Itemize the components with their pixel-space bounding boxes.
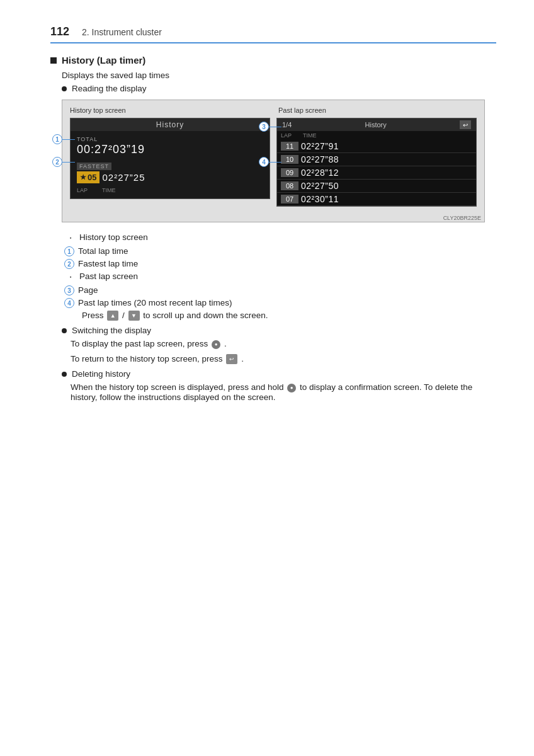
lap-time: 02²27”88	[301, 154, 339, 164]
lap-number: 07	[281, 195, 298, 203]
past-rows: 11 02²27”91 10 02²27”88 09 02²28”12 08 0…	[277, 140, 476, 206]
lap-number: 11	[281, 142, 298, 151]
to-past-text: To display the past lap screen, press ● …	[71, 339, 496, 348]
past-screen-text: Past lap screen	[79, 272, 138, 281]
section-icon	[50, 57, 57, 64]
lap-number: 10	[281, 155, 298, 164]
page-header: 112 2. Instrument cluster	[50, 25, 496, 43]
past-lap-row: 10 02²27”88	[277, 153, 476, 166]
ann-item-2: 2 Fastest lap time	[64, 259, 496, 269]
ann-line-2	[62, 162, 75, 163]
ann-num-4: 4	[64, 298, 74, 308]
annotation-2: 2	[52, 157, 75, 167]
lap-time: 02²27”91	[301, 141, 339, 151]
to-history-label: To return to the history top screen, pre…	[71, 354, 223, 364]
ann-item-1: 1 Total lap time	[64, 246, 496, 256]
reading-display-label: Reading the display	[72, 84, 147, 93]
deleting-text: When the history top screen is displayed…	[71, 382, 496, 401]
lap-number: 08	[281, 181, 298, 190]
ann-num-2: 2	[64, 259, 74, 269]
bullet-dash-2: ・	[67, 272, 74, 283]
to-history-end: .	[241, 354, 244, 364]
to-past-end: .	[224, 339, 227, 348]
annotation-list: ・ History top screen 1 Total lap time 2 …	[62, 232, 496, 321]
ann-line-4	[269, 162, 281, 163]
diagram-inner: History top screen Past lap screen 1 2	[62, 100, 485, 222]
past-lap-row: 09 02²28”12	[277, 166, 476, 180]
lap-time: 02²28”12	[301, 168, 339, 178]
bullet-dot	[62, 86, 67, 91]
bullet-dot-del	[62, 372, 67, 377]
past-screen-sublabel: ・ Past lap screen	[67, 272, 496, 283]
lap-time: 02²27”50	[301, 181, 339, 191]
ann-circle-4: 4	[259, 157, 269, 167]
press-label: Press	[82, 311, 104, 320]
to-history-text: To return to the history top screen, pre…	[71, 354, 496, 364]
ann-text-3: Page	[78, 285, 98, 295]
annotation-3: 3	[259, 122, 281, 132]
diagram-labels-row: History top screen Past lap screen	[70, 106, 477, 114]
past-lap-screen: 3 4 1/4 History ↩	[276, 118, 477, 207]
time-col-header: TIME	[102, 187, 263, 193]
switching-bullet: Switching the display	[62, 326, 496, 335]
page-number: 112	[50, 25, 69, 38]
history-screen-panel: History TOTAL 00:27²03”19 FASTEST ★ 05	[70, 118, 270, 199]
deleting-bullet: Deleting history	[62, 369, 496, 379]
past-page-info: 1/4	[282, 121, 292, 129]
ann-num-3: 3	[64, 285, 74, 295]
annotation-1: 1	[52, 134, 75, 144]
ann-text-2: Fastest lap time	[78, 259, 138, 268]
past-screen-panel: 1/4 History ↩ LAP TIME 11 02²27”91 10	[276, 118, 477, 207]
annotation-4: 4	[259, 157, 281, 167]
history-top-text: History top screen	[79, 232, 148, 242]
slash-label: /	[122, 311, 125, 320]
fastest-label: FASTEST	[77, 163, 111, 170]
page-title: 2. Instrument cluster	[82, 27, 162, 37]
history-screen-header: History	[71, 118, 270, 131]
lap-time-header: LAP TIME	[77, 187, 263, 193]
fastest-row: ★ 05 02²27”25	[77, 171, 263, 183]
past-screen-title: History	[365, 121, 387, 129]
ann-item-3: 3 Page	[64, 285, 496, 295]
return-button-icon: ↩	[226, 354, 237, 364]
ann-text-4: Past lap times (20 most recent lap times…	[78, 298, 232, 307]
lap-number: 09	[281, 168, 298, 177]
del-text-1: When the history top screen is displayed…	[71, 382, 283, 392]
history-top-label: History top screen	[70, 106, 268, 114]
section-description: Displays the saved lap times	[62, 71, 496, 80]
ann-circle-3: 3	[259, 122, 269, 132]
star-icon: ★	[80, 173, 86, 181]
past-lap-col: LAP	[281, 132, 303, 139]
ann-text-1: Total lap time	[78, 246, 128, 256]
scroll-text: to scroll up and down the screen.	[143, 311, 268, 320]
past-lap-row: 07 02²30”11	[277, 193, 476, 206]
history-top-content: TOTAL 00:27²03”19 FASTEST ★ 05 02²27”25	[71, 131, 270, 198]
past-lap-row: 08 02²27”50	[277, 180, 476, 193]
history-top-screen: 1 2 History TOTAL 00:27²03”	[70, 118, 270, 207]
to-past-label: To display the past lap screen, press	[71, 339, 208, 348]
ann-line-1	[62, 139, 75, 140]
deleting-label: Deleting history	[72, 369, 130, 379]
diagram-screens-row: 1 2 History TOTAL 00:27²03”	[70, 118, 477, 207]
past-screen-header: 1/4 History ↩	[277, 118, 476, 131]
circle-button-2: ●	[287, 384, 296, 392]
history-top-sublabel: ・ History top screen	[67, 232, 496, 244]
switching-label: Switching the display	[72, 326, 151, 335]
diagram-wrapper: History top screen Past lap screen 1 2	[62, 100, 485, 222]
lap-col-header: LAP	[77, 187, 102, 193]
past-lap-label: Past lap screen	[268, 106, 477, 114]
fastest-num: ★ 05	[77, 171, 99, 183]
fastest-num-val: 05	[88, 173, 96, 182]
bullet-dash: ・	[67, 233, 74, 244]
section-title: History (Lap timer)	[62, 55, 145, 66]
bullet-dot-switch	[62, 328, 67, 333]
total-time: 00:27²03”19	[77, 143, 263, 156]
down-button-icon: ▼	[128, 311, 140, 321]
past-table-header: LAP TIME	[277, 131, 476, 140]
lap-time: 02²30”11	[301, 194, 339, 204]
past-back-btn: ↩	[460, 120, 471, 129]
ann-line-3	[269, 127, 281, 127]
ann-circle-2: 2	[52, 157, 62, 167]
image-code: CLY20BR225E	[443, 215, 481, 221]
total-label: TOTAL	[77, 136, 263, 142]
